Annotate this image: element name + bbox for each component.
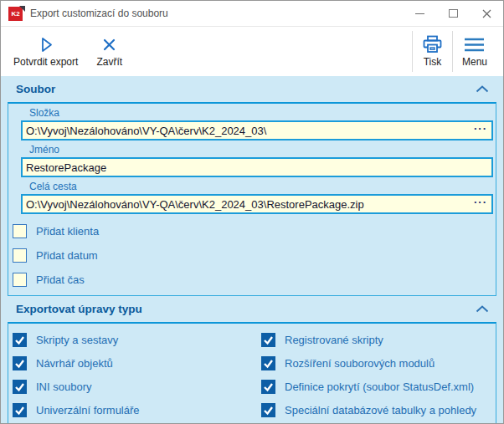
checkbox-label: Přidat klienta bbox=[36, 225, 99, 238]
close-dialog-button[interactable]: Zavřít bbox=[87, 27, 131, 76]
checkmark-icon bbox=[14, 335, 25, 345]
checkbox-box bbox=[13, 403, 27, 417]
close-button[interactable] bbox=[470, 1, 503, 26]
section-title: Soubor bbox=[16, 83, 55, 95]
checkbox-label: INI soubory bbox=[36, 381, 91, 393]
field-slozka: Složka ··· bbox=[21, 107, 493, 140]
browse-ellipsis-button[interactable]: ··· bbox=[474, 196, 487, 208]
chevron-up-icon bbox=[476, 85, 489, 93]
close-dialog-label: Zavřít bbox=[96, 56, 122, 68]
checkbox-box bbox=[13, 333, 27, 347]
section-header-soubor[interactable]: Soubor bbox=[8, 76, 496, 102]
checkmark-icon bbox=[263, 405, 274, 416]
name-input[interactable] bbox=[21, 157, 493, 177]
checkbox-box bbox=[13, 224, 27, 238]
section-header-exportovat-upravy[interactable]: Exportovat úpravy typu bbox=[8, 296, 496, 322]
checkbox-definice-pokryti[interactable]: Definice pokrytí (soubor StatusDef.xml) bbox=[261, 380, 496, 394]
checkbox-label: Skripty a sestavy bbox=[36, 334, 118, 346]
checkbox-box bbox=[261, 333, 275, 347]
checkmark-icon bbox=[14, 405, 25, 416]
checkmark-icon bbox=[14, 358, 25, 369]
checkbox-box bbox=[13, 248, 27, 263]
field-label: Složka bbox=[29, 107, 493, 119]
checkbox-box bbox=[261, 403, 275, 417]
close-x-icon bbox=[101, 36, 117, 54]
checkbox-ini-soubory[interactable]: INI soubory bbox=[13, 380, 257, 394]
checkbox-specialni-databazove-tabulky[interactable]: Speciální databázové tabulky a pohledy bbox=[261, 403, 496, 417]
chevron-up-icon bbox=[476, 305, 489, 313]
checkbox-skripty-a-sestavy[interactable]: Skripty a sestavy bbox=[13, 333, 257, 347]
maximize-button[interactable] bbox=[436, 1, 470, 26]
section-title: Exportovat úpravy typu bbox=[16, 303, 142, 315]
toolbar-spacer bbox=[131, 27, 412, 76]
export-dialog-window: K2 Export customizací do souboru Potvrdi… bbox=[0, 0, 504, 424]
dialog-content: Soubor Složka ··· Jméno Celá ce bbox=[1, 76, 503, 423]
titlebar: K2 Export customizací do souboru bbox=[1, 1, 503, 26]
checkbox-box bbox=[261, 380, 275, 394]
play-icon bbox=[38, 36, 54, 54]
k2-icon-fold bbox=[19, 6, 25, 12]
checkbox-box bbox=[261, 356, 275, 370]
section-panel-exportovat-upravy: Skripty a sestavy Návrhář objektů INI so… bbox=[8, 322, 496, 423]
checkmark-icon bbox=[14, 381, 25, 392]
hamburger-menu-icon bbox=[463, 36, 486, 54]
checkbox-box bbox=[13, 273, 27, 287]
checkbox-label: Definice pokrytí (soubor StatusDef.xml) bbox=[285, 381, 474, 393]
print-label: Tisk bbox=[424, 56, 442, 68]
checkbox-label: Rozšíření souborových modulů bbox=[285, 357, 435, 370]
close-icon bbox=[481, 8, 492, 19]
checkbox-univerzalni-formulare[interactable]: Univerzální formuláře bbox=[13, 403, 257, 417]
section-panel-soubor: Složka ··· Jméno Celá cesta ··· bbox=[8, 102, 496, 296]
checkbox-label: Přidat čas bbox=[36, 273, 85, 286]
printer-icon bbox=[422, 35, 443, 54]
confirm-export-button[interactable]: Potvrdit export bbox=[4, 27, 87, 76]
minimize-icon bbox=[415, 13, 424, 14]
checkbox-registrovane-skripty[interactable]: Registrované skripty bbox=[261, 333, 496, 347]
menu-button[interactable]: Menu bbox=[453, 27, 496, 76]
checkbox-box bbox=[13, 380, 27, 394]
folder-input[interactable] bbox=[21, 120, 493, 140]
checkbox-box bbox=[13, 356, 27, 370]
minimize-button[interactable] bbox=[403, 1, 436, 26]
k2-app-icon: K2 bbox=[8, 7, 23, 21]
checkbox-column-right: Registrované skripty Rozšíření souborový… bbox=[257, 324, 496, 417]
checkbox-label: Speciální databázové tabulky a pohledy bbox=[285, 404, 476, 416]
checkbox-column-left: Skripty a sestavy Návrhář objektů INI so… bbox=[8, 324, 257, 417]
field-cela-cesta: Celá cesta ··· bbox=[21, 181, 493, 214]
maximize-icon bbox=[449, 9, 458, 18]
field-jmeno: Jméno bbox=[21, 144, 493, 177]
menu-label: Menu bbox=[462, 56, 487, 68]
toolbar: Potvrdit export Zavřít Tisk Menu bbox=[1, 26, 503, 76]
checkbox-navrhar-objektu[interactable]: Návrhář objektů bbox=[13, 356, 257, 370]
checkbox-label: Návrhář objektů bbox=[36, 357, 113, 370]
checkbox-pridat-klienta[interactable]: Přidat klienta bbox=[13, 224, 496, 238]
window-controls bbox=[403, 1, 503, 26]
window-title: Export customizací do souboru bbox=[30, 8, 168, 19]
field-label: Celá cesta bbox=[29, 181, 493, 192]
field-label: Jméno bbox=[29, 144, 493, 156]
checkmark-icon bbox=[263, 381, 274, 392]
checkbox-pridat-datum[interactable]: Přidat datum bbox=[13, 248, 496, 263]
checkbox-rozsireni-souborovych-modulu[interactable]: Rozšíření souborových modulů bbox=[261, 356, 496, 370]
browse-ellipsis-button[interactable]: ··· bbox=[474, 122, 487, 135]
confirm-export-label: Potvrdit export bbox=[13, 56, 78, 68]
print-button[interactable]: Tisk bbox=[413, 27, 452, 76]
checkbox-label: Registrované skripty bbox=[285, 334, 383, 346]
checkmark-icon bbox=[263, 358, 274, 369]
checkbox-label: Přidat datum bbox=[36, 249, 98, 262]
checkbox-label: Univerzální formuláře bbox=[36, 404, 140, 416]
checkbox-pridat-cas[interactable]: Přidat čas bbox=[13, 273, 496, 287]
full-path-input[interactable] bbox=[21, 194, 493, 214]
checkmark-icon bbox=[263, 335, 274, 345]
